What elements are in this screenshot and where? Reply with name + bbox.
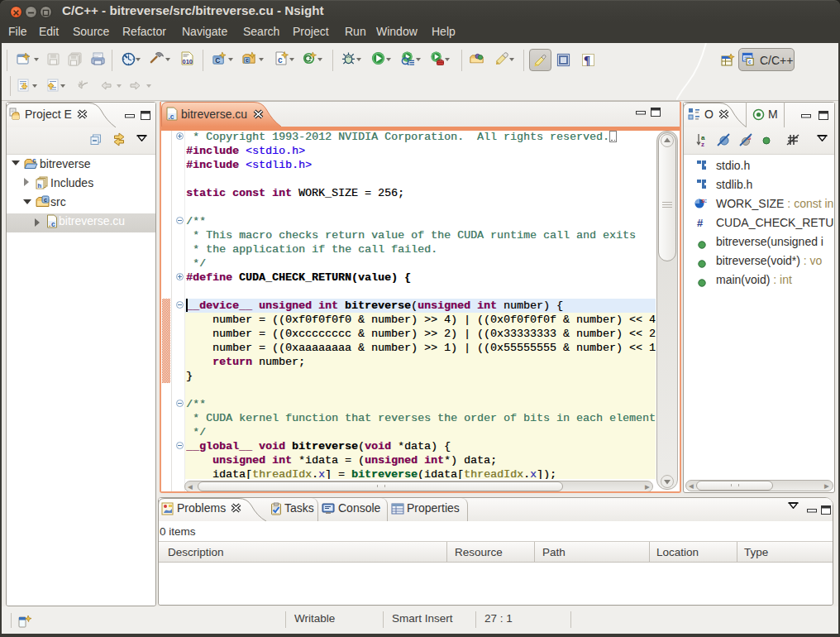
svg-text:c: c (51, 220, 55, 228)
svg-text:#: # (697, 217, 704, 228)
svg-text:¶: ¶ (584, 54, 590, 67)
svg-text:c: c (704, 198, 708, 204)
svg-text:c: c (278, 55, 283, 65)
svg-text:c: c (748, 59, 752, 65)
svg-text:.c: .c (169, 113, 174, 121)
svg-text:z: z (701, 141, 704, 147)
svg-text:C: C (215, 56, 220, 65)
svg-text:c: c (246, 57, 249, 64)
svg-text:c: c (32, 157, 36, 165)
svg-text:c: c (44, 196, 47, 204)
svg-text:h: h (38, 182, 42, 189)
svg-text:010: 010 (183, 58, 193, 65)
